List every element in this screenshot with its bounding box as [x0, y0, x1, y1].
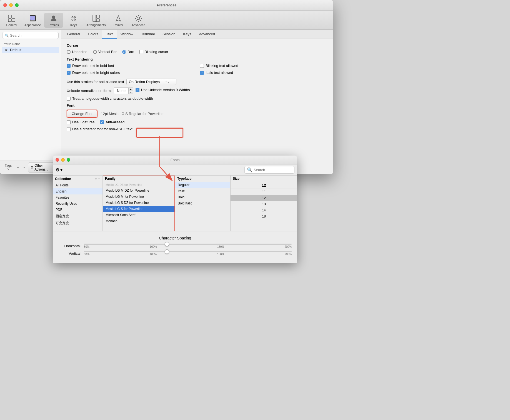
- family-monaco[interactable]: Monaco: [103, 218, 175, 224]
- ambiguous-row[interactable]: Treat ambiguous-width characters as doub…: [67, 96, 328, 101]
- collection-fixed-width[interactable]: 固定宽度: [53, 213, 102, 220]
- size-display[interactable]: 12: [231, 182, 297, 189]
- character-spacing-section: Character Spacing Horizontal 50% 100% 15…: [53, 231, 297, 263]
- size-18[interactable]: 18: [231, 213, 297, 219]
- horizontal-slider-thumb[interactable]: [165, 242, 169, 246]
- underline-radio[interactable]: [67, 50, 71, 54]
- italic-text-checkbox[interactable]: [200, 71, 204, 75]
- draw-bold-bright-row[interactable]: Draw bold text in bright colors: [67, 71, 194, 75]
- search-box[interactable]: 🔍: [2, 32, 59, 39]
- unicode-norm-row: Unicode normalization form: None ▲ ▼ Use…: [67, 87, 328, 94]
- toolbar-general[interactable]: General: [2, 13, 21, 28]
- collection-variable-width[interactable]: 可变宽度: [53, 220, 102, 227]
- use-ligatures-row[interactable]: Use Ligatures: [67, 120, 94, 124]
- box-radio[interactable]: [122, 50, 126, 54]
- blinking-cursor-checkbox[interactable]: [139, 50, 143, 54]
- keys-icon: ⌘: [69, 14, 78, 23]
- italic-text-row[interactable]: Italic text allowed: [200, 71, 328, 75]
- collection-recently-used[interactable]: Recently Used: [53, 201, 102, 207]
- tab-window[interactable]: Window: [117, 30, 137, 39]
- draw-bold-bold-checkbox[interactable]: [67, 64, 71, 68]
- toolbar-profiles[interactable]: Profiles: [44, 13, 63, 28]
- close-button[interactable]: [3, 3, 7, 7]
- fonts-maximize-button[interactable]: [67, 158, 70, 162]
- stepper-down[interactable]: ▼: [129, 91, 133, 94]
- vertical-bar-radio[interactable]: [93, 50, 97, 54]
- add-profile-button[interactable]: +: [15, 165, 21, 170]
- tick-100: 100%: [150, 245, 157, 248]
- blinking-text-checkbox[interactable]: [200, 64, 204, 68]
- vertical-slider-thumb[interactable]: [165, 249, 169, 254]
- anti-aliased-checkbox[interactable]: [100, 120, 104, 124]
- family-meslo-lg-s[interactable]: Meslo LG S for Powerline: [103, 206, 175, 212]
- family-meslo-lg-s-dz[interactable]: Meslo LG S DZ for Powerline: [103, 200, 175, 206]
- collection-all-fonts[interactable]: All Fonts: [53, 182, 102, 188]
- draw-bold-bold-row[interactable]: Draw bold text in bold font: [67, 64, 194, 68]
- family-meslo-lg-dz[interactable]: Meslo LG DZ for Powerline: [103, 182, 175, 188]
- typeface-italic[interactable]: Italic: [175, 188, 230, 194]
- typeface-bold[interactable]: Bold: [175, 194, 230, 200]
- size-12[interactable]: 12: [231, 195, 297, 201]
- ambiguous-checkbox[interactable]: [67, 97, 71, 101]
- tags-button[interactable]: Tags >: [2, 163, 14, 172]
- use-unicode9-row[interactable]: Use Unicode Version 9 Widths: [136, 88, 190, 92]
- use-ligatures-checkbox[interactable]: [67, 120, 71, 124]
- size-13[interactable]: 13: [231, 201, 297, 207]
- collection-pdf[interactable]: PDF: [53, 207, 102, 213]
- toolbar-pointer[interactable]: Pointer: [109, 13, 128, 28]
- tab-text[interactable]: Text: [102, 30, 117, 39]
- blinking-cursor-option[interactable]: Blinking cursor: [139, 50, 168, 54]
- profiles-icon: [49, 14, 58, 23]
- cursor-underline[interactable]: Underline: [67, 50, 88, 54]
- typeface-bold-italic[interactable]: Bold Italic: [175, 200, 230, 206]
- left-panel: 🔍 Profile Name ★ Default Tags > + − ⚙ Ot…: [0, 30, 61, 174]
- collection-minus-button[interactable]: −: [98, 177, 100, 181]
- search-input[interactable]: [10, 33, 57, 38]
- horizontal-slider-track[interactable]: [84, 244, 292, 245]
- profile-item[interactable]: ★ Default: [2, 47, 59, 53]
- change-font-button[interactable]: Change Font: [67, 110, 98, 118]
- toolbar-arrangements[interactable]: Arrangements: [84, 13, 108, 28]
- toolbar-profiles-label: Profiles: [49, 23, 59, 27]
- tab-general[interactable]: General: [63, 30, 84, 39]
- toolbar-advanced[interactable]: Advanced: [129, 13, 148, 28]
- different-font-checkbox[interactable]: [67, 127, 71, 131]
- fonts-gear-button[interactable]: ⚙ ▾: [56, 167, 62, 172]
- fonts-minimize-button[interactable]: [61, 158, 65, 162]
- family-meslo-lg-m[interactable]: Meslo LG M for Powerline: [103, 194, 175, 200]
- toolbar-keys[interactable]: ⌘ Keys: [64, 13, 83, 28]
- maximize-button[interactable]: [15, 3, 19, 7]
- tab-keys[interactable]: Keys: [179, 30, 195, 39]
- family-meslo-lg-m-dz[interactable]: Meslo LG M DZ for Powerline: [103, 188, 175, 194]
- thin-strokes-select[interactable]: On Retina Displays ⌃⌄: [126, 79, 176, 85]
- toolbar-appearance[interactable]: Appearance: [22, 13, 43, 28]
- fonts-search-box[interactable]: 🔍: [244, 166, 294, 174]
- collection-add-button[interactable]: +: [95, 177, 97, 181]
- stepper-up[interactable]: ▲: [129, 88, 133, 91]
- remove-profile-button[interactable]: −: [22, 165, 27, 170]
- minimize-button[interactable]: [9, 3, 13, 7]
- draw-bold-bright-checkbox[interactable]: [67, 71, 71, 75]
- size-11[interactable]: 11: [231, 189, 297, 195]
- right-panel: General Colors Text Window Terminal Sess…: [61, 30, 333, 174]
- family-microsoft-sans[interactable]: Microsoft Sans Serif: [103, 212, 175, 218]
- tab-advanced[interactable]: Advanced: [195, 30, 219, 39]
- use-unicode9-checkbox[interactable]: [136, 88, 139, 92]
- typeface-regular[interactable]: Regular: [175, 182, 230, 188]
- fonts-close-button[interactable]: [56, 158, 59, 162]
- tab-terminal[interactable]: Terminal: [137, 30, 159, 39]
- tab-session[interactable]: Session: [159, 30, 179, 39]
- stepper-buttons: ▲ ▼: [129, 88, 133, 94]
- unicode-stepper[interactable]: None ▲ ▼: [114, 87, 133, 94]
- collection-english[interactable]: English: [53, 188, 102, 194]
- collection-favorites[interactable]: Favorites: [53, 194, 102, 201]
- cursor-box[interactable]: Box: [122, 50, 134, 54]
- fonts-search-input[interactable]: [254, 168, 300, 172]
- cursor-vertical-bar[interactable]: Vertical Bar: [93, 50, 117, 54]
- anti-aliased-row[interactable]: Anti-aliased: [100, 120, 124, 124]
- size-14[interactable]: 14: [231, 207, 297, 213]
- blinking-text-row[interactable]: Blinking text allowed: [200, 64, 328, 68]
- vertical-slider-track[interactable]: [84, 251, 292, 252]
- tab-colors[interactable]: Colors: [84, 30, 102, 39]
- different-font-row[interactable]: Use a different font for non-ASCII text: [67, 127, 328, 131]
